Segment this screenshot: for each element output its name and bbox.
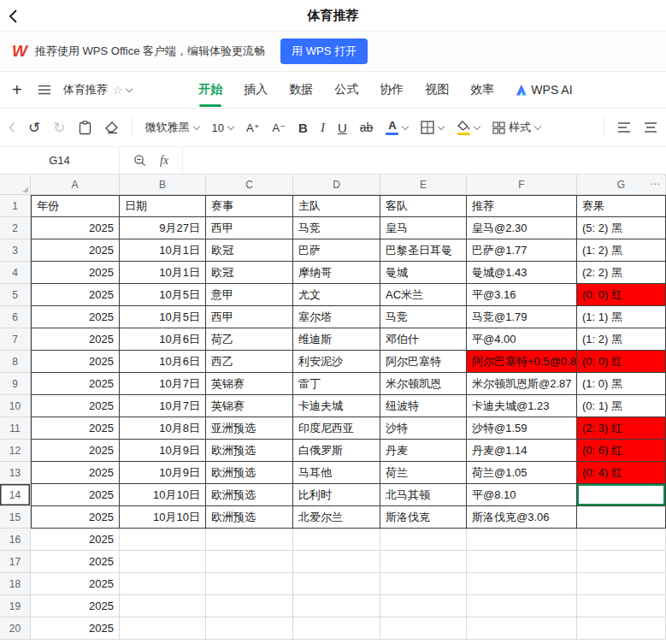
column-header-F[interactable]: F bbox=[467, 174, 577, 195]
cell-C3[interactable]: 欧冠 bbox=[206, 239, 293, 262]
cell-E1[interactable]: 客队 bbox=[380, 195, 467, 217]
cell-G2[interactable]: (5: 2) 黑 bbox=[577, 217, 666, 239]
cell-E3[interactable]: 巴黎圣日耳曼 bbox=[380, 239, 467, 262]
cell-F1[interactable]: 推荐 bbox=[467, 195, 577, 217]
row-header-16[interactable]: 16 bbox=[0, 529, 31, 551]
cell-A20[interactable]: 2025 bbox=[31, 617, 120, 640]
cell-C14[interactable]: 欧洲预选 bbox=[206, 484, 293, 506]
cell-F6[interactable]: 马竞@1.79 bbox=[467, 306, 577, 328]
cell-C9[interactable]: 英锦赛 bbox=[206, 373, 293, 395]
cell-C6[interactable]: 西甲 bbox=[206, 306, 293, 328]
cell-F20[interactable] bbox=[467, 617, 577, 640]
cell-C5[interactable]: 意甲 bbox=[206, 284, 293, 306]
cell-E7[interactable]: 邓伯什 bbox=[380, 328, 467, 351]
cell-F15[interactable]: 斯洛伐克@3.06 bbox=[467, 506, 577, 529]
row-header-17[interactable]: 17 bbox=[0, 551, 31, 573]
cell-A5[interactable]: 2025 bbox=[31, 284, 120, 306]
cell-C13[interactable]: 欧洲预选 bbox=[206, 462, 293, 484]
cell-D18[interactable] bbox=[293, 573, 380, 595]
cell-A14[interactable]: 2025 bbox=[31, 484, 120, 506]
doc-menu-chevron-icon[interactable] bbox=[126, 86, 133, 92]
cell-G20[interactable] bbox=[577, 617, 666, 640]
cell-D12[interactable]: 白俄罗斯 bbox=[293, 440, 380, 462]
cell-F17[interactable] bbox=[467, 551, 577, 573]
column-header-A[interactable]: A bbox=[31, 174, 120, 195]
cell-B9[interactable]: 10月7日 bbox=[120, 373, 206, 395]
cell-E17[interactable] bbox=[380, 551, 467, 573]
select-all-corner[interactable] bbox=[0, 174, 31, 195]
cell-G11[interactable]: (2: 3) 红 bbox=[577, 417, 666, 440]
cell-A7[interactable]: 2025 bbox=[31, 328, 120, 351]
cell-G19[interactable] bbox=[577, 595, 666, 617]
cell-B20[interactable] bbox=[120, 617, 206, 640]
cell-A12[interactable]: 2025 bbox=[31, 440, 120, 462]
cell-G14[interactable] bbox=[577, 484, 666, 506]
new-document-icon[interactable]: + bbox=[12, 81, 22, 98]
cell-E6[interactable]: 马竞 bbox=[380, 306, 467, 328]
cell-E4[interactable]: 曼城 bbox=[380, 262, 467, 284]
cell-D17[interactable] bbox=[293, 551, 380, 573]
column-header-D[interactable]: D bbox=[293, 174, 380, 195]
cell-C20[interactable] bbox=[206, 617, 293, 640]
tab-数据[interactable]: 数据 bbox=[289, 72, 313, 108]
cell-D15[interactable]: 北爱尔兰 bbox=[293, 506, 380, 529]
paste-icon[interactable] bbox=[79, 121, 91, 135]
cell-F13[interactable]: 荷兰@1.05 bbox=[467, 462, 577, 484]
row-header-19[interactable]: 19 bbox=[0, 595, 31, 617]
cell-B3[interactable]: 10月1日 bbox=[120, 239, 206, 262]
cell-A18[interactable]: 2025 bbox=[31, 573, 120, 595]
undo-icon[interactable]: ↺ bbox=[28, 119, 40, 137]
cell-A10[interactable]: 2025 bbox=[31, 395, 120, 417]
row-header-15[interactable]: 15 bbox=[0, 506, 31, 529]
row-header-2[interactable]: 2 bbox=[0, 217, 31, 239]
cell-E12[interactable]: 丹麦 bbox=[380, 440, 467, 462]
favorite-star-icon[interactable]: ☆ bbox=[113, 84, 123, 97]
strikethrough-button[interactable]: ab bbox=[360, 121, 374, 134]
cell-D20[interactable] bbox=[293, 617, 380, 640]
open-in-wps-button[interactable]: 用 WPS 打开 bbox=[280, 38, 368, 64]
cell-D16[interactable] bbox=[293, 529, 380, 551]
cell-F16[interactable] bbox=[467, 529, 577, 551]
cell-C1[interactable]: 赛事 bbox=[206, 195, 293, 217]
cell-B12[interactable]: 10月9日 bbox=[120, 440, 206, 462]
tab-效率[interactable]: 效率 bbox=[470, 72, 494, 108]
insert-function-icon[interactable]: fx bbox=[160, 154, 168, 168]
row-header-9[interactable]: 9 bbox=[0, 373, 31, 395]
tab-WPS AI[interactable]: WPS AI bbox=[516, 72, 572, 108]
row-header-7[interactable]: 7 bbox=[0, 328, 31, 351]
cell-G13[interactable]: (0: 4) 红 bbox=[577, 462, 666, 484]
font-color-button[interactable]: A bbox=[386, 120, 408, 135]
cell-F11[interactable]: 沙特@1.59 bbox=[467, 417, 577, 440]
row-header-3[interactable]: 3 bbox=[0, 239, 31, 262]
cell-A9[interactable]: 2025 bbox=[31, 373, 120, 395]
clear-format-eraser-icon[interactable] bbox=[104, 121, 119, 134]
cell-F18[interactable] bbox=[467, 573, 577, 595]
cell-E11[interactable]: 沙特 bbox=[380, 417, 467, 440]
cell-A4[interactable]: 2025 bbox=[31, 262, 120, 284]
cell-F8[interactable]: 阿尔巴塞特+0.5@0.8 bbox=[467, 351, 577, 373]
row-header-13[interactable]: 13 bbox=[0, 462, 31, 484]
toolbar-collapse-icon[interactable] bbox=[9, 121, 15, 133]
cell-G5[interactable]: (0: 0) 红 bbox=[577, 284, 666, 306]
borders-button[interactable] bbox=[421, 121, 444, 134]
cell-A17[interactable]: 2025 bbox=[31, 551, 120, 573]
decrease-font-icon[interactable]: A⁻ bbox=[273, 121, 286, 134]
cell-D5[interactable]: 尤文 bbox=[293, 284, 380, 306]
cell-F7[interactable]: 平@4.00 bbox=[467, 328, 577, 351]
align-left-icon[interactable] bbox=[617, 121, 631, 133]
cell-style-button[interactable]: 样式 bbox=[492, 120, 540, 135]
cell-D10[interactable]: 卡迪夫城 bbox=[293, 395, 380, 417]
cell-F12[interactable]: 丹麦@1.14 bbox=[467, 440, 577, 462]
cell-E19[interactable] bbox=[380, 595, 467, 617]
cell-G9[interactable]: (1: 0) 黑 bbox=[577, 373, 666, 395]
column-header-E[interactable]: E bbox=[380, 174, 467, 195]
cell-A3[interactable]: 2025 bbox=[31, 239, 120, 262]
cell-D7[interactable]: 维迪斯 bbox=[293, 328, 380, 351]
cell-G12[interactable]: (0: 6) 红 bbox=[577, 440, 666, 462]
cell-D8[interactable]: 利安泥沙 bbox=[293, 351, 380, 373]
cell-A2[interactable]: 2025 bbox=[31, 217, 120, 239]
cell-B15[interactable]: 10月10日 bbox=[120, 506, 206, 529]
cell-D3[interactable]: 巴萨 bbox=[293, 239, 380, 262]
cell-C2[interactable]: 西甲 bbox=[206, 217, 293, 239]
cell-C8[interactable]: 西乙 bbox=[206, 351, 293, 373]
